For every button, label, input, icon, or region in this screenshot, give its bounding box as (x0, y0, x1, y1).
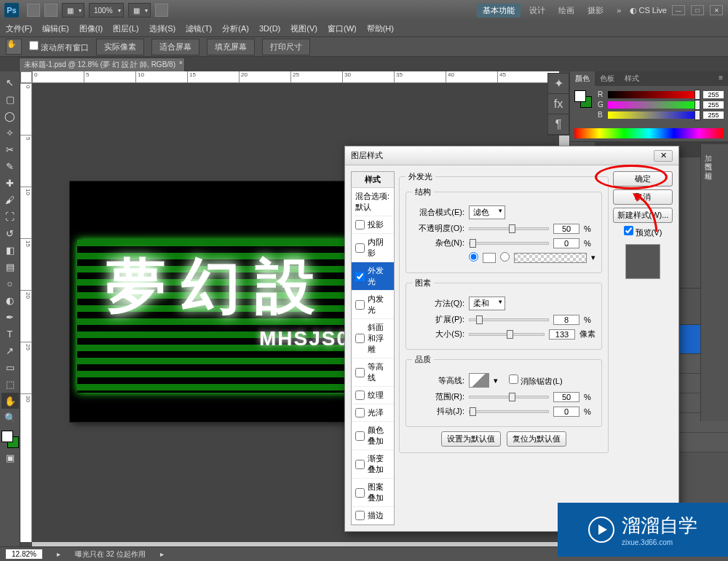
3d-tool-icon[interactable]: ⬚ (1, 376, 19, 392)
menu-layer[interactable]: 图层(L) (113, 23, 138, 34)
fit-screen-button[interactable]: 适合屏幕 (151, 39, 199, 55)
panel-menu-icon[interactable]: ≡ (713, 71, 728, 86)
workspace-more[interactable]: » (612, 6, 625, 15)
menu-3d[interactable]: 3D(D) (259, 24, 280, 33)
g-value[interactable]: 255 (703, 101, 724, 109)
tab-styles[interactable]: 样式 (620, 71, 644, 86)
eyedropper-tool-icon[interactable]: ✎ (1, 158, 19, 174)
dialog-close-icon[interactable]: ✕ (654, 150, 673, 162)
workspace-basic-button[interactable]: 基本功能 (477, 4, 521, 17)
spread-input[interactable]: 8 (553, 315, 579, 325)
menu-edit[interactable]: 编辑(E) (42, 23, 69, 34)
blend-options-item[interactable]: 混合选项:默认 (352, 188, 394, 216)
hand-tool-icon[interactable]: ✋ (1, 393, 19, 409)
dock-icon[interactable]: ¶ (548, 114, 569, 135)
spectrum-bar[interactable] (574, 128, 724, 138)
menu-file[interactable]: 文件(F) (6, 23, 32, 34)
size-slider[interactable] (469, 333, 545, 336)
peek-tab[interactable]: 加 (701, 144, 714, 153)
r-slider[interactable] (608, 91, 700, 98)
fg-color-swatch[interactable] (1, 431, 13, 442)
stamp-tool-icon[interactable]: ⛶ (1, 208, 19, 224)
b-value[interactable]: 255 (703, 111, 724, 119)
style-item[interactable]: 投影 (352, 216, 394, 234)
antialias-checkbox[interactable]: 消除锯齿(L) (509, 374, 563, 387)
workspace-link[interactable]: 摄影 (583, 5, 608, 16)
style-item[interactable]: 图案叠加 (352, 479, 394, 507)
peek-tab[interactable]: 运相 (701, 162, 714, 170)
dialog-titlebar[interactable]: 图层样式 ✕ (345, 146, 678, 165)
eraser-tool-icon[interactable]: ◧ (1, 242, 19, 258)
brush-tool-icon[interactable]: 🖌 (1, 192, 19, 208)
color-swatch-pair[interactable] (574, 90, 593, 109)
jitter-slider[interactable] (469, 410, 549, 413)
header-icon[interactable] (155, 4, 168, 17)
range-input[interactable]: 50 (553, 392, 579, 402)
cancel-button[interactable]: 取消 (613, 189, 673, 205)
shape-tool-icon[interactable]: ▭ (1, 359, 19, 375)
actual-pixels-button[interactable]: 实际像素 (96, 39, 144, 55)
print-size-button[interactable]: 打印尺寸 (262, 39, 310, 55)
gradient-tool-icon[interactable]: ▤ (1, 259, 19, 275)
path-tool-icon[interactable]: ↗ (1, 342, 19, 358)
view-selector[interactable]: ▦ (128, 3, 151, 17)
style-item[interactable]: 等高线 (352, 358, 394, 387)
dock-icon[interactable]: ✦ (548, 74, 569, 94)
style-item[interactable]: 渐变叠加 (352, 450, 394, 479)
dock-icon[interactable]: fx (548, 94, 569, 114)
b-slider[interactable] (608, 111, 700, 119)
set-default-button[interactable]: 设置为默认值 (441, 431, 501, 447)
r-value[interactable]: 255 (703, 91, 724, 98)
menu-filter[interactable]: 滤镜(T) (186, 23, 212, 34)
g-slider[interactable] (608, 101, 700, 109)
tab-color[interactable]: 颜色 (570, 71, 595, 86)
ok-button[interactable]: 确定 (613, 171, 673, 187)
menu-view[interactable]: 视图(V) (290, 23, 317, 34)
glow-color-swatch[interactable] (483, 253, 496, 263)
pen-tool-icon[interactable]: ✒ (1, 309, 19, 325)
workspace-link[interactable]: 绘画 (554, 5, 579, 16)
gradient-radio[interactable] (500, 252, 510, 263)
lasso-tool-icon[interactable]: ◯ (1, 108, 19, 124)
style-item[interactable]: 内阴影 (352, 234, 394, 262)
style-item[interactable]: 斜面和浮雕 (352, 319, 394, 358)
menu-analysis[interactable]: 分析(A) (222, 23, 249, 34)
style-item[interactable]: 颜色叠加 (352, 422, 394, 450)
heal-tool-icon[interactable]: ✚ (1, 175, 19, 191)
size-input[interactable]: 133 (549, 329, 575, 340)
zoom-status[interactable]: 12.82% (6, 549, 42, 559)
menu-select[interactable]: 选择(S) (149, 23, 176, 34)
menu-image[interactable]: 图像(I) (79, 23, 103, 34)
type-tool-icon[interactable]: T (1, 326, 19, 342)
blur-tool-icon[interactable]: ○ (1, 275, 19, 291)
header-icon[interactable] (27, 4, 40, 17)
color-swatches[interactable] (0, 431, 19, 450)
document-tab[interactable]: 未标题-1.psd @ 12.8% (夢 幻 設 計 師, RGB/8) (19, 58, 185, 71)
marquee-tool-icon[interactable]: ▢ (1, 91, 19, 107)
blend-mode-select[interactable]: 滤色 (469, 205, 505, 219)
style-item[interactable]: 外发光 (352, 262, 394, 291)
quickmask-icon[interactable]: ▣ (1, 450, 19, 466)
layout-selector[interactable]: ▦ (62, 3, 84, 17)
menu-window[interactable]: 窗口(W) (328, 23, 357, 34)
maximize-icon[interactable]: □ (691, 5, 704, 15)
style-item[interactable]: 内发光 (352, 291, 394, 319)
zoom-selector[interactable]: 100% (89, 3, 124, 17)
reset-default-button[interactable]: 复位为默认值 (507, 431, 566, 447)
dodge-tool-icon[interactable]: ◐ (1, 292, 19, 308)
close-icon[interactable]: ✕ (710, 5, 723, 15)
glow-gradient[interactable] (514, 253, 587, 263)
zoom-tool-icon[interactable]: 🔍 (1, 409, 19, 425)
menu-help[interactable]: 帮助(H) (367, 23, 394, 34)
new-style-button[interactable]: 新建样式(W)... (613, 208, 673, 223)
peek-tab[interactable]: 范围 (701, 153, 714, 162)
opacity-input[interactable]: 50 (553, 224, 579, 234)
range-slider[interactable] (469, 396, 549, 399)
wand-tool-icon[interactable]: ✧ (1, 125, 19, 141)
minimize-icon[interactable]: — (672, 5, 685, 15)
header-icon[interactable] (44, 4, 58, 17)
contour-picker[interactable] (469, 373, 489, 388)
noise-input[interactable]: 0 (553, 238, 579, 248)
tab-swatches[interactable]: 色板 (595, 71, 620, 86)
style-item[interactable]: 描边 (352, 507, 394, 525)
